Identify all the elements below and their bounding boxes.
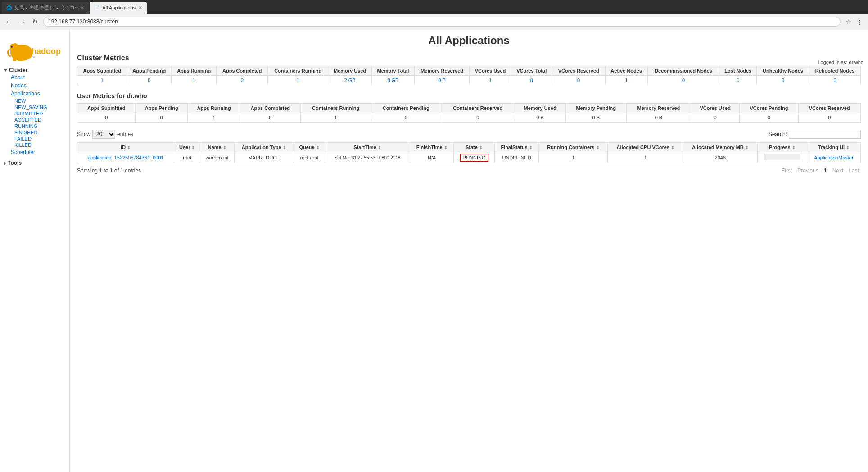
- sidebar-item-new[interactable]: NEW: [4, 98, 66, 104]
- about-label: About: [11, 74, 25, 81]
- cluster-metric-value-link[interactable]: 0: [148, 77, 150, 83]
- next-button[interactable]: Next: [831, 167, 845, 174]
- user-metric-value: 1: [300, 113, 371, 123]
- cluster-metric-header: Memory Used: [328, 66, 372, 76]
- apps-table-header[interactable]: Running Containers ⇕: [539, 143, 608, 152]
- last-button[interactable]: Last: [847, 167, 861, 174]
- cluster-metric-header: Apps Running: [172, 66, 217, 76]
- forward-button[interactable]: →: [17, 17, 27, 26]
- sidebar-item-failed[interactable]: FAILED: [4, 136, 66, 142]
- sort-icon: ⇕: [316, 145, 320, 150]
- sidebar-item-new-saving[interactable]: NEW_SAVING: [4, 104, 66, 110]
- apps-table-header[interactable]: Queue ⇕: [294, 143, 325, 152]
- sidebar-item-nodes[interactable]: Nodes: [4, 82, 66, 90]
- entries-select[interactable]: 10202550100: [92, 130, 115, 139]
- apps-table-header[interactable]: FinalStatus ⇕: [494, 143, 539, 152]
- url-bar[interactable]: 192.168.77.130:8088/cluster/: [43, 17, 841, 27]
- cluster-metric-value-link[interactable]: 1: [625, 77, 628, 83]
- active-tab[interactable]: 📄 All Applications ✕: [90, 2, 147, 14]
- cluster-metric-value-link[interactable]: 1: [193, 77, 195, 83]
- sidebar-item-scheduler[interactable]: Scheduler: [4, 148, 66, 156]
- app-id-link[interactable]: application_1522505784761_0001: [88, 155, 164, 160]
- tools-section-toggle[interactable]: Tools: [4, 160, 66, 166]
- cluster-section-toggle[interactable]: Cluster: [4, 67, 66, 73]
- cluster-metric-value-link[interactable]: 8: [530, 77, 533, 83]
- user-metric-header: Apps Submitted: [77, 104, 136, 113]
- tab-close-1[interactable]: ✕: [80, 5, 84, 11]
- apps-table-header[interactable]: Application Type ⇕: [234, 143, 294, 152]
- failed-label: FAILED: [14, 136, 32, 141]
- cluster-metric-value-link[interactable]: 8 GB: [387, 77, 398, 83]
- cluster-metric-value-link[interactable]: 0: [577, 77, 580, 83]
- pagination-buttons: First Previous 1 Next Last: [780, 167, 861, 174]
- sort-icon: ⇕: [792, 145, 796, 150]
- reload-button[interactable]: ↻: [31, 17, 40, 26]
- sidebar-item-finished[interactable]: FINISHED: [4, 129, 66, 136]
- cluster-metric-value-link[interactable]: 0: [782, 77, 784, 83]
- svg-rect-3: [13, 56, 16, 61]
- sort-icon: ⇕: [283, 145, 286, 150]
- cluster-metric-header: Containers Running: [268, 66, 328, 76]
- menu-icon[interactable]: ⋮: [855, 18, 864, 26]
- cluster-metric-value-link[interactable]: 2 GB: [344, 77, 356, 83]
- show-label: Show: [77, 131, 90, 137]
- cluster-metric-value-link[interactable]: 0 B: [438, 77, 446, 83]
- finished-label: FINISHED: [14, 130, 37, 135]
- user-metric-header: Memory Used: [515, 104, 565, 113]
- cluster-metric-header: Memory Total: [371, 66, 414, 76]
- apps-table-header[interactable]: ID ⇕: [77, 143, 174, 152]
- logo-area: hadoop ™: [0, 33, 69, 65]
- sort-icon: ⇕: [596, 145, 600, 150]
- apps-table-header[interactable]: Progress ⇕: [757, 143, 807, 152]
- apps-table-header[interactable]: Allocated CPU VCores ⇕: [608, 143, 683, 152]
- inactive-tab[interactable]: 🌐 鬼高 - 哔哩哔哩 (゜-゜)つロ~ ✕: [2, 2, 89, 14]
- bookmark-icon[interactable]: ☆: [844, 18, 853, 26]
- previous-button[interactable]: Previous: [796, 167, 820, 174]
- table-cell: UNDEFINED: [494, 152, 539, 163]
- search-label: Search:: [769, 131, 787, 137]
- svg-text:hadoop: hadoop: [32, 47, 61, 56]
- user-metric-header: VCores Reserved: [798, 104, 860, 113]
- tracking-ui-link[interactable]: ApplicationMaster: [814, 155, 853, 160]
- user-metrics-title: User Metrics for dr.who: [77, 92, 861, 100]
- sort-icon: ⇕: [378, 145, 381, 150]
- user-metric-value: 0: [240, 113, 300, 123]
- sidebar-item-accepted[interactable]: ACCEPTED: [4, 117, 66, 123]
- cluster-metric-header: Rebooted Nodes: [809, 66, 860, 76]
- search-input[interactable]: [789, 130, 861, 139]
- progress-bar: [764, 154, 800, 160]
- apps-table-header[interactable]: FinishTime ⇕: [410, 143, 454, 152]
- sidebar-item-applications[interactable]: Applications: [4, 90, 66, 98]
- cluster-metric-value-link[interactable]: 1: [489, 77, 492, 83]
- sidebar-item-killed[interactable]: KILLED: [4, 142, 66, 148]
- cluster-section: Cluster About Nodes Applications NEW NEW…: [0, 65, 69, 158]
- cluster-metric-value-link[interactable]: 1: [297, 77, 299, 83]
- apps-table-header[interactable]: Tracking UI ⇕: [807, 143, 860, 152]
- cluster-metric-value-link[interactable]: 0: [737, 77, 739, 83]
- cluster-metric-header: Unhealthy Nodes: [757, 66, 809, 76]
- sidebar-item-submitted[interactable]: SUBMITTED: [4, 110, 66, 117]
- cluster-metric-value-link[interactable]: 0: [682, 77, 685, 83]
- apps-table-header[interactable]: User ⇕: [174, 143, 200, 152]
- back-button[interactable]: ←: [4, 17, 14, 26]
- apps-table-header[interactable]: Allocated Memory MB ⇕: [683, 143, 758, 152]
- nodes-label: Nodes: [11, 82, 27, 89]
- tab-close-2[interactable]: ✕: [138, 5, 142, 11]
- first-button[interactable]: First: [780, 167, 794, 174]
- cluster-metric-header: Active Nodes: [605, 66, 647, 76]
- apps-table-header[interactable]: State ⇕: [454, 143, 494, 152]
- new-label: NEW: [14, 98, 26, 104]
- table-cell: wordcount: [200, 152, 234, 163]
- page-1-button[interactable]: 1: [822, 167, 829, 174]
- sort-icon: ⇕: [846, 145, 850, 150]
- cluster-metric-value-link[interactable]: 0: [833, 77, 836, 83]
- apps-table-header[interactable]: StartTime ⇕: [325, 143, 410, 152]
- cluster-metric-header: Lost Nodes: [719, 66, 757, 76]
- sidebar-item-running[interactable]: RUNNING: [4, 123, 66, 129]
- tools-section: Tools: [0, 158, 69, 168]
- sort-icon: ⇕: [191, 145, 195, 150]
- cluster-metric-value-link[interactable]: 1: [101, 77, 104, 83]
- cluster-metric-value-link[interactable]: 0: [241, 77, 244, 83]
- apps-table-header[interactable]: Name ⇕: [200, 143, 234, 152]
- sidebar-item-about[interactable]: About: [4, 73, 66, 82]
